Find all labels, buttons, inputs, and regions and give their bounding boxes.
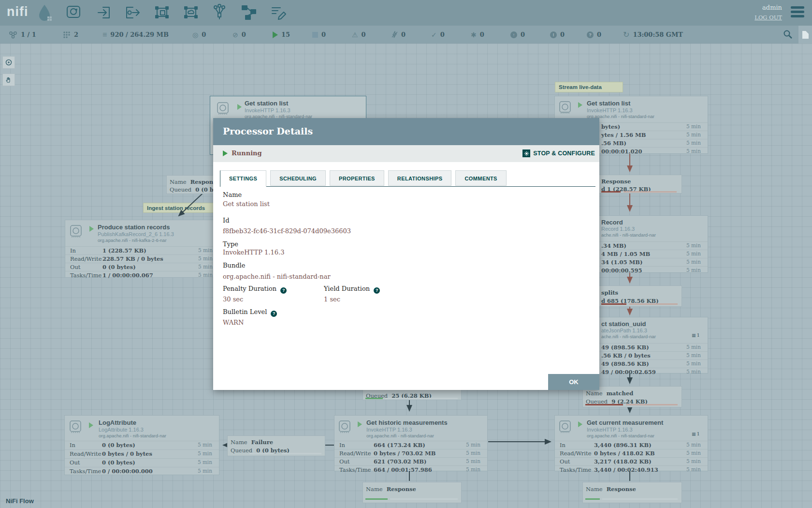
stop-configure-label: STOP & CONFIGURE (533, 150, 595, 157)
id-label: Id (223, 217, 229, 224)
processor-icon[interactable] (65, 3, 82, 22)
connection-response-bottom-middle[interactable]: NameResponse (362, 482, 462, 503)
disabled-icon (392, 31, 398, 38)
processor-chip-icon (339, 420, 350, 433)
id-value: f8fbeb32-fc46-31cf-829d-074d09e36603 (223, 227, 351, 235)
stale-count: 0 (521, 31, 525, 38)
status-disabled: 0 (392, 26, 406, 44)
penalty-duration-label: Penalty Duration? (223, 285, 287, 294)
tab-settings[interactable]: SETTINGS (220, 170, 266, 187)
global-menu-icon[interactable] (791, 6, 805, 19)
processor-type: ateJsonPath 1.16.3 (601, 328, 647, 333)
bundle-value: org.apache.nifi - nifi-standard-nar (223, 273, 331, 280)
invalid-count: 0 (362, 31, 366, 38)
processor-type: PublishKafkaRecord_2_6 1.16.3 (98, 231, 174, 237)
queued-list-icon: ≡ (102, 31, 107, 38)
connection-response-bottom-right[interactable]: NameResponse (582, 482, 682, 503)
processor-produce-station-records[interactable]: Produce station records PublishKafkaReco… (65, 220, 220, 278)
logout-link[interactable]: LOG OUT (754, 14, 782, 21)
tab-properties[interactable]: PROPERTIES (330, 170, 384, 186)
status-queued: ≡ 920 / 264.29 MB (102, 26, 169, 44)
run-status-icon (89, 226, 94, 232)
stat-row: In3,440 (896.31 KB)5 min (555, 441, 708, 449)
transmitting-count: 0 (202, 31, 206, 38)
stat-row: Out3,217 (418.02 KB)5 min (555, 457, 708, 466)
processor-bundle: org.apache.nifi - nifi-standard-nar (99, 433, 166, 438)
last-refresh-time: 13:00:58 GMT (633, 31, 683, 38)
processor-chip-icon (559, 420, 571, 433)
processor-name: Get historic measurements (366, 419, 448, 426)
run-status-icon (89, 422, 93, 428)
processor-chip-icon (217, 102, 229, 115)
gear-icon (522, 149, 530, 157)
processor-get-current-measurement[interactable]: Get current measurement InvokeHTTP 1.16.… (554, 415, 708, 471)
not-transmitting-count: 0 (242, 31, 246, 38)
input-port-icon[interactable] (97, 3, 113, 22)
funnel-icon[interactable] (211, 3, 228, 22)
search-icon[interactable] (783, 30, 795, 40)
tab-comments[interactable]: COMMENTS (455, 170, 506, 186)
stat-row: Read/Write0 bytes / 418.02 KB5 min (555, 449, 708, 458)
help-icon[interactable]: ? (374, 287, 380, 294)
stat-row: In664 (173.24 KB)5 min (334, 441, 487, 449)
status-stale: ↑ 0 (510, 26, 525, 44)
question-circle-icon: ? (587, 31, 594, 38)
processor-type: InvokeHTTP 1.16.3 (366, 427, 412, 433)
active-threads-count: 2 (74, 31, 78, 38)
stop-and-configure-button[interactable]: STOP & CONFIGURE (522, 149, 595, 157)
compass-icon (5, 59, 12, 66)
stopped-count: 0 (321, 31, 326, 38)
status-stopped: 0 (312, 26, 326, 44)
processor-bundle: org.apache.nifi - nifi-standard-nar (587, 433, 654, 438)
status-connected-nodes: 1 / 1 (9, 26, 36, 44)
stat-row: Read/Write228.57 KB / 0 bytes5 min (65, 254, 219, 263)
status-locally-modified-stale: ! 0 (550, 26, 565, 44)
process-group-icon[interactable] (154, 3, 170, 22)
queued-count: 920 / 264.29 MB (110, 31, 169, 38)
processor-name: Get station list (245, 100, 288, 107)
tab-scheduling[interactable]: SCHEDULING (270, 170, 326, 186)
type-label: Type (223, 240, 238, 248)
summary-panel-button[interactable] (798, 26, 812, 44)
yield-duration-label: Yield Duration? (324, 285, 380, 294)
grid-icon: ▦ (692, 333, 696, 338)
navigate-palette-button[interactable] (2, 56, 15, 69)
processor-bundle: ache.nifi - nifi-standard-nar (601, 334, 656, 339)
tab-relationships[interactable]: RELATIONSHIPS (388, 170, 452, 186)
processor-log-attribute[interactable]: LogAttribute LogAttribute 1.16.3 org.apa… (64, 415, 219, 475)
stat-row: Read/Write0 bytes / 0 bytes5 min (65, 449, 219, 458)
processor-get-historic-measurements[interactable]: Get historic measurements InvokeHTTP 1.1… (334, 415, 488, 471)
stat-row: Tasks/Time0 / 00:00:00.0005 min (65, 467, 219, 476)
status-up-to-date: ✓ 0 (431, 26, 445, 44)
dialog-header: Processor Details (213, 118, 599, 145)
stat-row: Tasks/Time664 / 00:01:57.9865 min (334, 465, 487, 474)
refresh-icon[interactable]: ↻ (623, 31, 629, 38)
document-icon (802, 31, 809, 39)
help-icon[interactable]: ? (271, 311, 277, 317)
connection-failure[interactable]: NameFailure Queued0 (0 bytes) (227, 435, 325, 456)
processor-type: Record 1.16.3 (601, 226, 635, 232)
bulletin-level-value: WARN (223, 319, 244, 326)
output-port-icon[interactable] (124, 3, 141, 22)
yield-duration-value: 1 sec (324, 296, 340, 303)
help-icon[interactable]: ? (280, 287, 287, 294)
node-badge: ▦1 (692, 332, 700, 338)
breadcrumb[interactable]: NiFi Flow (6, 497, 34, 505)
status-not-transmitting: ⊘ 0 (232, 26, 246, 44)
running-play-icon (223, 150, 228, 156)
current-user: admin (762, 4, 782, 11)
operate-palette-button[interactable] (2, 74, 15, 86)
status-transmitting: ◎ 0 (192, 26, 206, 44)
label-icon[interactable] (270, 3, 287, 22)
cluster-icon (9, 31, 17, 39)
template-icon[interactable] (241, 3, 257, 22)
status-invalid: ⚠ 0 (352, 26, 366, 44)
disabled-count: 0 (401, 31, 406, 38)
type-value: InvokeHTTP 1.16.3 (223, 249, 284, 256)
check-icon: ✓ (431, 31, 437, 38)
ok-button[interactable]: OK (548, 374, 599, 390)
processor-type: LogAttribute 1.16.3 (99, 427, 144, 433)
top-navbar: nifi admin LOG OUT (0, 0, 812, 26)
remote-process-group-icon[interactable] (183, 3, 199, 22)
status-refresh[interactable]: ↻ 13:00:58 GMT (623, 26, 683, 44)
